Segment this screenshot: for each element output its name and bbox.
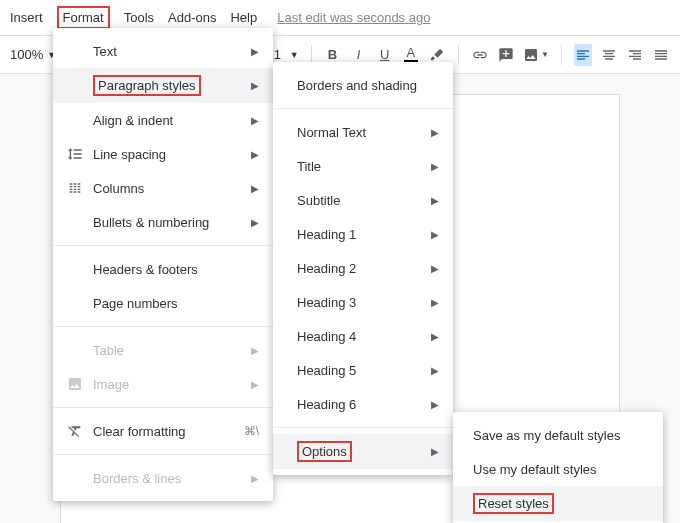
paragraph-styles-dropdown: Borders and shading Normal Text ▶ Title … <box>273 62 453 475</box>
menu-label: Borders & lines <box>93 471 243 486</box>
image-icon <box>523 47 539 63</box>
menu-item-use-default[interactable]: Use my default styles <box>453 452 663 486</box>
chevron-right-icon: ▶ <box>251 379 259 390</box>
chevron-right-icon: ▶ <box>431 297 439 308</box>
zoom-selector[interactable]: 100% ▼ <box>10 47 56 62</box>
menu-label: Borders and shading <box>297 78 439 93</box>
highlighter-icon <box>429 47 445 63</box>
clear-formatting-icon <box>67 423 93 439</box>
chevron-right-icon: ▶ <box>251 183 259 194</box>
chevron-right-icon: ▶ <box>251 149 259 160</box>
divider <box>53 245 273 246</box>
menu-label: Text <box>93 44 243 59</box>
chevron-right-icon: ▶ <box>431 331 439 342</box>
menu-item-image: Image ▶ <box>53 367 273 401</box>
chevron-right-icon: ▶ <box>431 229 439 240</box>
divider <box>53 326 273 327</box>
menu-label: Heading 6 <box>297 397 423 412</box>
menu-item-heading6[interactable]: Heading 6 ▶ <box>273 387 453 421</box>
align-left-icon <box>575 47 591 63</box>
last-edit-link[interactable]: Last edit was seconds ago <box>277 10 430 25</box>
chevron-right-icon: ▶ <box>251 115 259 126</box>
menu-label: Image <box>93 377 243 392</box>
options-dropdown: Save as my default styles Use my default… <box>453 412 663 523</box>
columns-icon <box>67 180 93 196</box>
menu-format[interactable]: Format <box>57 6 110 29</box>
menu-label: Reset styles <box>473 493 647 514</box>
align-justify-button[interactable] <box>652 44 670 66</box>
chevron-right-icon: ▶ <box>431 263 439 274</box>
align-left-button[interactable] <box>574 44 592 66</box>
menu-label: Headers & footers <box>93 262 259 277</box>
menu-item-normal-text[interactable]: Normal Text ▶ <box>273 115 453 149</box>
add-comment-button[interactable] <box>497 44 515 66</box>
menu-item-clear-formatting[interactable]: Clear formatting ⌘\ <box>53 414 273 448</box>
menu-label: Bullets & numbering <box>93 215 243 230</box>
chevron-right-icon: ▶ <box>251 217 259 228</box>
menu-item-paragraph-styles[interactable]: Paragraph styles ▶ <box>53 68 273 103</box>
menu-item-bullets-numbering[interactable]: Bullets & numbering ▶ <box>53 205 273 239</box>
link-icon <box>472 47 488 63</box>
menu-item-heading1[interactable]: Heading 1 ▶ <box>273 217 453 251</box>
menu-item-save-default[interactable]: Save as my default styles <box>453 418 663 452</box>
shortcut: ⌘\ <box>244 424 259 438</box>
menu-label: Line spacing <box>93 147 243 162</box>
menu-item-subtitle[interactable]: Subtitle ▶ <box>273 183 453 217</box>
menu-label: Normal Text <box>297 125 423 140</box>
menu-label: Heading 2 <box>297 261 423 276</box>
menu-addons[interactable]: Add-ons <box>168 10 216 25</box>
comment-icon <box>498 47 514 63</box>
menu-item-title[interactable]: Title ▶ <box>273 149 453 183</box>
menu-item-columns[interactable]: Columns ▶ <box>53 171 273 205</box>
align-justify-icon <box>653 47 669 63</box>
insert-image-button[interactable]: ▼ <box>523 44 549 66</box>
menu-label: Align & indent <box>93 113 243 128</box>
chevron-right-icon: ▶ <box>431 127 439 138</box>
menu-item-heading3[interactable]: Heading 3 ▶ <box>273 285 453 319</box>
align-right-icon <box>627 47 643 63</box>
menu-item-align-indent[interactable]: Align & indent ▶ <box>53 103 273 137</box>
menu-label: Heading 3 <box>297 295 423 310</box>
line-spacing-icon <box>67 146 93 162</box>
menu-label: Table <box>93 343 243 358</box>
divider <box>53 454 273 455</box>
chevron-right-icon: ▶ <box>251 46 259 57</box>
divider <box>53 407 273 408</box>
chevron-right-icon: ▶ <box>251 473 259 484</box>
chevron-right-icon: ▶ <box>431 399 439 410</box>
menu-label: Heading 5 <box>297 363 423 378</box>
divider <box>273 427 453 428</box>
menu-label: Heading 1 <box>297 227 423 242</box>
chevron-down-icon: ▼ <box>290 50 299 60</box>
menu-item-options[interactable]: Options ▶ <box>273 434 453 469</box>
menu-item-borders-shading[interactable]: Borders and shading <box>273 68 453 102</box>
menu-item-borders-lines: Borders & lines ▶ <box>53 461 273 495</box>
menu-item-page-numbers[interactable]: Page numbers <box>53 286 273 320</box>
menu-label: Subtitle <box>297 193 423 208</box>
zoom-value: 100% <box>10 47 43 62</box>
menu-item-text[interactable]: Text ▶ <box>53 34 273 68</box>
insert-link-button[interactable] <box>471 44 489 66</box>
menu-label: Use my default styles <box>473 462 647 477</box>
menu-insert[interactable]: Insert <box>10 10 43 25</box>
menu-item-heading2[interactable]: Heading 2 ▶ <box>273 251 453 285</box>
divider <box>273 108 453 109</box>
menu-label: Columns <box>93 181 243 196</box>
menu-label: Paragraph styles <box>93 75 243 96</box>
menu-label: Clear formatting <box>93 424 236 439</box>
align-center-button[interactable] <box>600 44 618 66</box>
align-right-button[interactable] <box>626 44 644 66</box>
format-dropdown: Text ▶ Paragraph styles ▶ Align & indent… <box>53 28 273 501</box>
menu-item-heading5[interactable]: Heading 5 ▶ <box>273 353 453 387</box>
menu-item-heading4[interactable]: Heading 4 ▶ <box>273 319 453 353</box>
menu-item-headers-footers[interactable]: Headers & footers <box>53 252 273 286</box>
menu-item-line-spacing[interactable]: Line spacing ▶ <box>53 137 273 171</box>
menu-label: Heading 4 <box>297 329 423 344</box>
menu-help[interactable]: Help <box>230 10 257 25</box>
chevron-right-icon: ▶ <box>431 161 439 172</box>
menu-tools[interactable]: Tools <box>124 10 154 25</box>
chevron-right-icon: ▶ <box>431 365 439 376</box>
separator <box>458 45 459 65</box>
menu-label: Page numbers <box>93 296 259 311</box>
menu-item-reset-styles[interactable]: Reset styles <box>453 486 663 521</box>
